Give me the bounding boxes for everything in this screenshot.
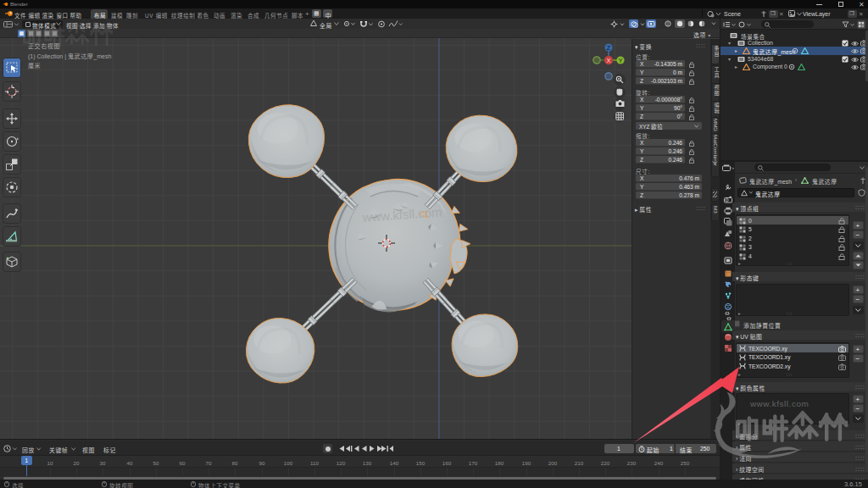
svg-text:www.kfsll.com: www.kfsll.com — [749, 399, 809, 408]
